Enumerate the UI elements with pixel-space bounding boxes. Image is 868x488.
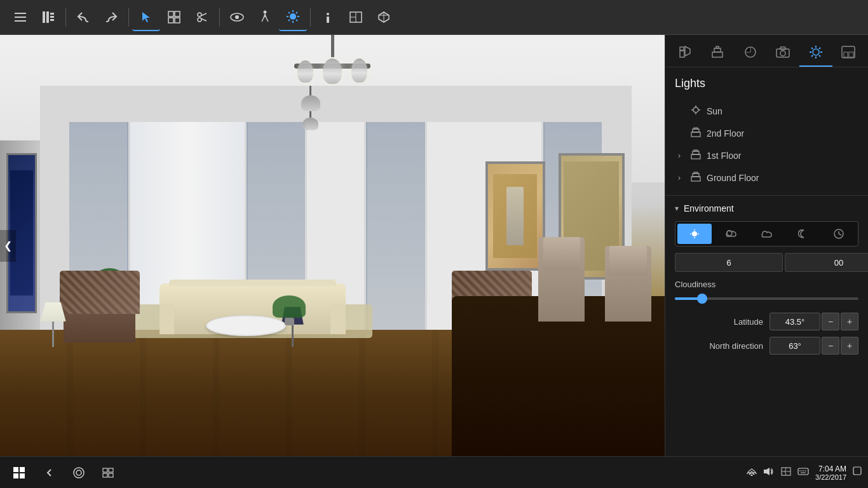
svg-rect-33 (680, 51, 684, 57)
tab-camera[interactable] (767, 38, 800, 67)
svg-rect-52 (844, 52, 848, 57)
north-direction-label: North direction (675, 341, 763, 351)
cloudiness-label: Cloudiness (675, 280, 858, 289)
windows-logo (13, 467, 25, 478)
taskbar-multitask-btn[interactable] (97, 461, 119, 484)
svg-rect-7 (50, 19, 54, 21)
taskbar-cortana-btn[interactable] (67, 461, 90, 484)
btn-partly-cloudy[interactable] (714, 224, 748, 244)
btn-clock[interactable] (822, 224, 856, 244)
svg-rect-65 (691, 177, 700, 181)
svg-point-77 (74, 468, 84, 478)
tab-floor[interactable] (832, 38, 865, 67)
taskbar-left (6, 460, 747, 485)
light-item-sun[interactable]: Sun (675, 100, 858, 122)
north-direction-input[interactable] (770, 337, 820, 355)
light-name-ground-floor: Ground Floor (707, 173, 759, 183)
tab-objects[interactable] (668, 38, 702, 67)
sun-light-icon (691, 105, 707, 117)
slider-thumb[interactable] (697, 294, 707, 304)
tab-build[interactable] (702, 38, 735, 67)
nav-arrow-left[interactable]: ❮ (0, 230, 16, 262)
svg-point-54 (693, 107, 698, 112)
objects-icon[interactable] (160, 3, 188, 31)
light-item-1st-floor[interactable]: › 1st Floor (675, 144, 858, 166)
expand-arrow-1st[interactable]: › (678, 151, 691, 160)
svg-rect-93 (853, 467, 861, 475)
svg-rect-9 (175, 11, 180, 17)
viewport[interactable]: ❮ (0, 35, 665, 456)
svg-line-47 (811, 48, 813, 49)
svg-line-49 (819, 48, 820, 49)
tray-network-icon[interactable] (747, 467, 757, 478)
expand-arrow-ground[interactable]: › (678, 173, 691, 182)
tray-volume-icon[interactable] (763, 466, 775, 478)
btn-night[interactable] (785, 224, 820, 244)
light-item-ground-floor[interactable]: › Ground Floor (675, 166, 858, 189)
light-name-2nd-floor: 2nd Floor (707, 128, 744, 139)
environment-section: ▾ Environment (665, 195, 868, 369)
svg-rect-38 (716, 46, 719, 48)
svg-marker-34 (685, 46, 690, 56)
3d-view-icon[interactable] (370, 3, 398, 31)
north-increase-btn[interactable]: + (841, 337, 858, 355)
svg-rect-62 (691, 154, 700, 159)
svg-line-48 (819, 55, 820, 57)
pendant-light (288, 86, 333, 130)
cloudiness-slider[interactable] (675, 294, 858, 303)
environment-header[interactable]: ▾ Environment (675, 203, 858, 214)
svg-rect-37 (714, 48, 721, 52)
svg-line-25 (296, 20, 297, 21)
redo-icon[interactable] (97, 3, 125, 31)
tray-language-icon[interactable] (781, 467, 791, 478)
undo-icon[interactable] (69, 3, 97, 31)
svg-rect-35 (680, 47, 684, 50)
sun-toolbar-icon[interactable] (279, 3, 307, 31)
svg-rect-80 (109, 468, 113, 472)
clock-time: 7:04 AM (815, 464, 846, 473)
svg-rect-6 (50, 16, 54, 18)
eye-icon[interactable] (223, 3, 251, 31)
svg-line-76 (839, 234, 841, 235)
svg-marker-84 (764, 468, 770, 475)
north-direction-row: North direction − + (675, 337, 858, 355)
system-clock[interactable]: 7:04 AM 3/22/2017 (815, 464, 846, 481)
svg-point-28 (327, 13, 329, 15)
floor-light-icon-ground (691, 172, 707, 184)
floor-lamp-left (33, 302, 73, 347)
layout-icon[interactable] (342, 3, 370, 31)
north-decrease-btn[interactable]: − (822, 337, 839, 355)
btn-cloudy[interactable] (750, 224, 784, 244)
time-inputs (675, 253, 858, 272)
lights-title: Lights (675, 77, 858, 90)
scissors-icon[interactable] (188, 3, 216, 31)
windows-start-button[interactable] (6, 460, 32, 485)
floor-light-icon-2 (691, 127, 707, 139)
light-item-2nd-floor[interactable]: 2nd Floor (675, 122, 858, 144)
environment-title: Environment (684, 203, 734, 214)
svg-line-50 (811, 55, 813, 57)
time-minute-input[interactable] (785, 253, 868, 272)
tab-materials[interactable] (734, 38, 767, 67)
walk-icon[interactable] (251, 3, 279, 31)
btn-day[interactable] (677, 224, 712, 244)
tray-notification-icon[interactable] (853, 466, 862, 478)
tray-keyboard-icon[interactable] (797, 467, 809, 478)
svg-rect-5 (50, 13, 54, 15)
separator3 (219, 8, 220, 27)
latitude-input[interactable] (770, 313, 820, 330)
info-icon[interactable] (314, 3, 342, 31)
select-icon[interactable] (132, 3, 160, 31)
menu-icon[interactable] (6, 3, 34, 31)
svg-rect-8 (168, 11, 173, 17)
svg-rect-29 (327, 17, 329, 23)
library-icon[interactable] (34, 3, 62, 31)
svg-rect-36 (712, 52, 722, 57)
right-panel: Lights Sun 2nd Floor › 1st Floor (665, 35, 868, 456)
room-scene: ❮ (0, 35, 665, 456)
latitude-decrease-btn[interactable]: − (822, 313, 839, 330)
latitude-increase-btn[interactable]: + (841, 313, 858, 330)
time-hour-input[interactable] (675, 253, 783, 272)
tab-lights[interactable] (799, 38, 832, 67)
taskbar-back-btn[interactable] (38, 461, 61, 484)
